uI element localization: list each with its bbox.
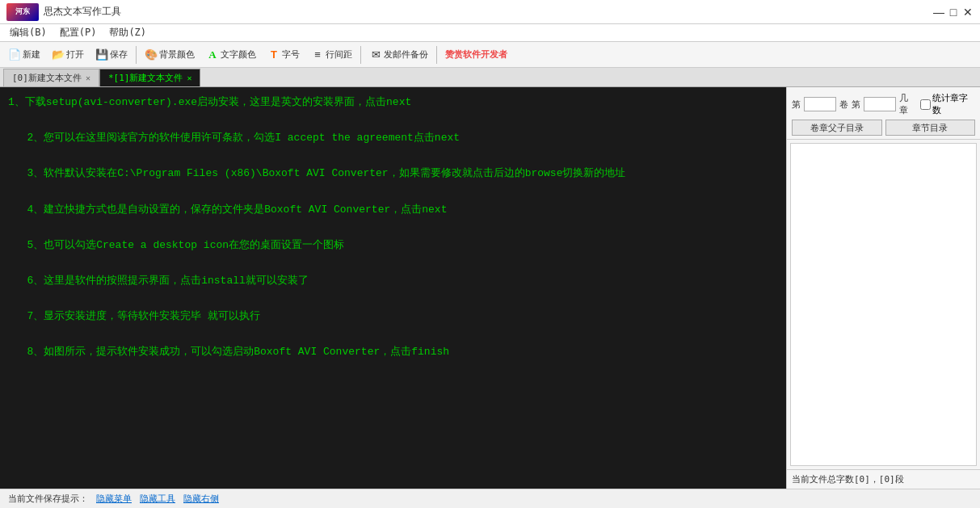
menu-item-config[interactable]: 配置(P) [53, 24, 103, 41]
save-label: 保存 [110, 48, 128, 61]
editor-line: 4、建立快捷方式也是自动设置的，保存的文件夹是Boxoft AVI Conver… [8, 201, 778, 219]
bg-color-icon: 🎨 [145, 48, 158, 61]
editor-line: 3、软件默认安装在C:\Program Files (x86)\Boxoft A… [8, 165, 778, 183]
editor-line [8, 147, 778, 165]
editor-line: 6、这里是软件的按照提示界面，点击install就可以安装了 [8, 272, 778, 290]
new-label: 新建 [23, 48, 40, 61]
toc-buttons-row: 卷章父子目录 章节目录 [792, 120, 975, 136]
font-size-button[interactable]: T 字号 [263, 46, 305, 64]
font-size-label: 字号 [282, 48, 300, 61]
status-bar: 当前文件保存提示： 隐藏菜单 隐藏工具 隐藏右侧 [0, 489, 980, 508]
toolbar-sep-3 [436, 46, 437, 64]
minimize-button[interactable]: — [933, 6, 944, 18]
tabs-bar: [0]新建文本文件 ✕ *[1]新建文本文件 ✕ [0, 68, 980, 87]
bg-color-label: 背景颜色 [159, 48, 195, 61]
vol-chapter-toc-button[interactable]: 卷章父子目录 [792, 120, 882, 136]
editor-line [8, 325, 778, 343]
close-button[interactable]: ✕ [962, 6, 974, 18]
vol-prefix-label: 第 [792, 99, 801, 111]
save-icon: 💾 [95, 48, 108, 61]
editor-line: 2、您可以在这里阅读官方的软件使用许可条款，勾选I accept the agr… [8, 129, 778, 147]
menu-bar: 编辑(B) 配置(P) 帮助(Z) [0, 24, 980, 42]
editor-line [8, 183, 778, 200]
menu-item-edit[interactable]: 编辑(B) [3, 24, 53, 41]
text-color-icon: A [206, 48, 219, 61]
maximize-button[interactable]: □ [948, 6, 959, 18]
tab-1-close[interactable]: ✕ [187, 73, 191, 82]
toolbar-sep-2 [360, 46, 361, 64]
right-status-text: 当前文件总字数[0]，[0]段 [787, 469, 980, 489]
hide-toolbar-link[interactable]: 隐藏工具 [140, 493, 175, 505]
chap-suffix-label: 几章 [899, 92, 917, 116]
praise-button[interactable]: 赞赏软件开发者 [440, 46, 512, 63]
right-toc-content [790, 143, 977, 466]
chapter-toc-button[interactable]: 章节目录 [885, 120, 976, 136]
vol-suffix-label: 卷 [839, 99, 848, 111]
count-chars-checkbox-label[interactable]: 统计章字数 [920, 92, 975, 116]
main-area: 1、下载setup(avi-converter).exe启动安装，这里是英文的安… [0, 87, 980, 489]
menu-item-help[interactable]: 帮助(Z) [103, 24, 153, 41]
title-bar: 河东 思杰文本写作工具 — □ ✕ [0, 0, 980, 24]
right-top: 第 卷 第 几章 统计章字数 卷章父子目录 章节目录 [787, 87, 980, 140]
chap-prefix-label: 第 [852, 99, 860, 111]
text-color-button[interactable]: A 文字颜色 [201, 46, 261, 64]
tab-1[interactable]: *[1]新建文本文件 ✕ [99, 69, 201, 86]
tab-0[interactable]: [0]新建文本文件 ✕ [3, 69, 99, 86]
bg-color-button[interactable]: 🎨 背景颜色 [140, 46, 200, 64]
toolbar-sep-1 [136, 46, 137, 64]
text-color-label: 文字颜色 [221, 48, 256, 61]
right-panel: 第 卷 第 几章 统计章字数 卷章父子目录 章节目录 当前文件总字数[0]，[0… [786, 87, 980, 489]
open-button[interactable]: 📂 打开 [47, 46, 89, 64]
title-bar-controls: — □ ✕ [933, 6, 974, 18]
new-button[interactable]: 📄 新建 [3, 46, 45, 64]
line-spacing-label: 行间距 [326, 48, 352, 61]
tab-0-close[interactable]: ✕ [86, 73, 90, 82]
title-bar-left: 河东 思杰文本写作工具 [6, 3, 121, 21]
app-logo: 河东 [6, 3, 39, 21]
editor-line [8, 290, 778, 308]
tab-0-label: [0]新建文本文件 [12, 72, 82, 84]
chap-number-input[interactable] [864, 97, 896, 111]
chapter-selector-row: 第 卷 第 几章 统计章字数 [792, 92, 975, 116]
open-icon: 📂 [52, 48, 65, 61]
email-backup-button[interactable]: ✉ 发邮件备份 [364, 46, 433, 64]
hide-menu-link[interactable]: 隐藏菜单 [96, 493, 132, 505]
email-label: 发邮件备份 [384, 48, 428, 61]
praise-label: 赞赏软件开发者 [445, 48, 507, 61]
open-label: 打开 [66, 48, 84, 61]
editor[interactable]: 1、下载setup(avi-converter).exe启动安装，这里是英文的安… [0, 87, 786, 489]
line-spacing-button[interactable]: ≡ 行间距 [306, 46, 357, 64]
editor-line: 5、也可以勾选Create a desktop icon在您的桌面设置一个图标 [8, 237, 778, 254]
toolbar: 📄 新建 📂 打开 💾 保存 🎨 背景颜色 A 文字颜色 T 字号 ≡ 行间距 … [0, 42, 980, 68]
app-title: 思杰文本写作工具 [44, 5, 121, 19]
status-prefix: 当前文件保存提示： [8, 493, 88, 505]
email-icon: ✉ [369, 48, 382, 61]
editor-line: 8、如图所示，提示软件安装成功，可以勾选启动Boxoft AVI Convert… [8, 343, 778, 361]
save-button[interactable]: 💾 保存 [90, 46, 132, 64]
editor-line [8, 111, 778, 129]
hide-right-link[interactable]: 隐藏右侧 [183, 493, 219, 505]
editor-line [8, 254, 778, 272]
count-chars-checkbox[interactable] [920, 99, 931, 110]
new-icon: 📄 [8, 48, 21, 61]
font-size-icon: T [267, 48, 280, 61]
editor-line: 1、下载setup(avi-converter).exe启动安装，这里是英文的安… [8, 94, 778, 111]
editor-line: 7、显示安装进度，等待软件安装完毕 就可以执行 [8, 308, 778, 325]
vol-number-input[interactable] [804, 97, 836, 111]
editor-line [8, 219, 778, 237]
line-spacing-icon: ≡ [311, 48, 324, 61]
tab-1-label: *[1]新建文本文件 [108, 72, 183, 84]
